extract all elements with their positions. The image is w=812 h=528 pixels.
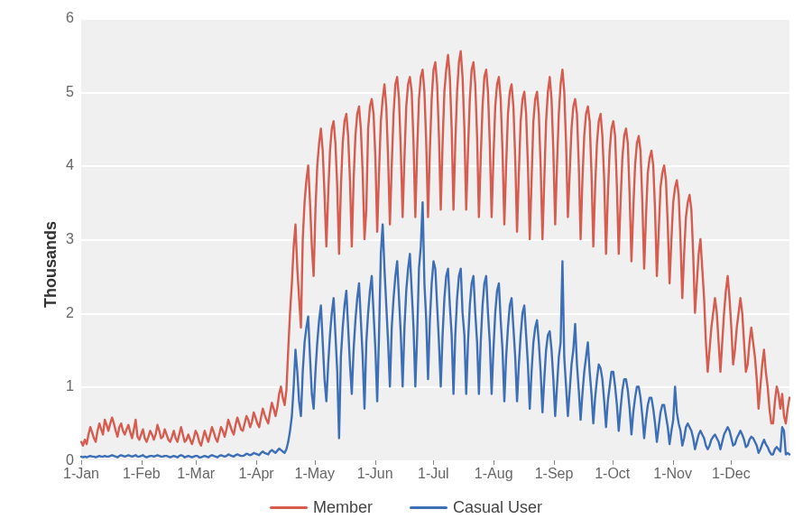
x-tick-mark: [494, 460, 494, 465]
legend-swatch: [410, 506, 448, 509]
legend-label: Member: [313, 498, 373, 517]
legend-item-casual-user: Casual User: [410, 498, 542, 517]
x-tick-mark: [315, 460, 316, 465]
y-tick-label: 2: [47, 305, 74, 321]
x-tick-label: 1-Mar: [177, 466, 215, 482]
x-tick-mark: [433, 460, 434, 465]
y-tick-label: 3: [47, 231, 74, 247]
chart-legend: Member Casual User: [0, 495, 812, 517]
x-tick-label: 1-Oct: [595, 466, 630, 482]
x-tick-mark: [673, 460, 674, 465]
x-tick-mark: [554, 460, 555, 465]
chart-container: Thousands 0123456 1-Jan1-Feb1-Mar1-Apr1-…: [0, 0, 812, 528]
x-tick-label: 1-Jun: [357, 466, 393, 482]
x-tick-mark: [731, 460, 732, 465]
y-tick-label: 5: [47, 84, 74, 100]
x-tick-mark: [81, 460, 82, 465]
x-tick-mark: [196, 460, 197, 465]
series-line-member: [81, 51, 789, 446]
series-line-casual-user: [81, 202, 789, 458]
x-tick-label: 1-Sep: [535, 466, 574, 482]
legend-item-member: Member: [270, 498, 373, 517]
x-tick-label: 1-Feb: [123, 466, 161, 482]
x-tick-label: 1-May: [295, 466, 335, 482]
x-tick-label: 1-Jul: [418, 466, 449, 482]
y-tick-label: 4: [47, 157, 74, 173]
gridline: [81, 460, 789, 462]
plot-area: [81, 18, 789, 460]
y-tick-label: 1: [47, 378, 74, 394]
y-tick-label: 6: [47, 10, 74, 26]
x-tick-mark: [375, 460, 376, 465]
x-tick-label: 1-Nov: [653, 466, 692, 482]
legend-swatch: [270, 506, 308, 509]
x-tick-label: 1-Aug: [475, 466, 513, 482]
chart-lines: [81, 18, 789, 460]
x-tick-label: 1-Dec: [712, 466, 751, 482]
x-tick-mark: [256, 460, 257, 465]
x-tick-label: 1-Apr: [239, 466, 274, 482]
x-tick-mark: [613, 460, 614, 465]
legend-label: Casual User: [453, 498, 542, 517]
x-tick-label: 1-Jan: [63, 466, 99, 482]
x-tick-mark: [142, 460, 143, 465]
